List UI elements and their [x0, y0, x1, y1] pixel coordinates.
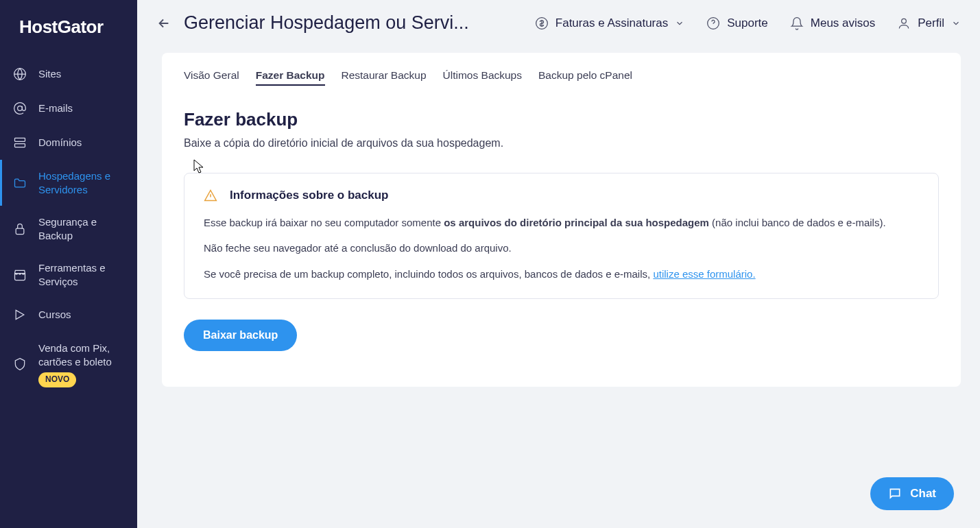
chevron-down-icon — [675, 19, 684, 28]
chat-label: Chat — [910, 487, 936, 501]
sidebar-item-venda-pix[interactable]: Venda com Pix, cartões e boleto NOVO — [0, 332, 137, 397]
tab-backup-cpanel[interactable]: Backup pelo cPanel — [538, 69, 632, 86]
novo-badge: NOVO — [38, 372, 76, 387]
section-heading: Fazer backup — [184, 109, 939, 130]
sidebar-item-label: Cursos — [38, 308, 71, 322]
store-icon — [12, 267, 27, 283]
tab-visao-geral[interactable]: Visão Geral — [184, 69, 239, 86]
svg-rect-2 — [15, 138, 25, 141]
tabs: Visão Geral Fazer Backup Restaurar Backu… — [184, 69, 939, 86]
lock-icon — [12, 221, 27, 237]
sidebar-item-dominios[interactable]: Domínios — [0, 125, 137, 160]
sidebar-item-hospedagens[interactable]: Hospedagens e Servidores — [0, 160, 137, 206]
sidebar-item-label: Hospedagens e Servidores — [38, 169, 125, 196]
layers-icon — [12, 135, 27, 150]
svg-rect-3 — [15, 144, 25, 147]
content-card: Visão Geral Fazer Backup Restaurar Backu… — [162, 53, 961, 387]
svg-point-7 — [902, 19, 907, 23]
chevron-down-icon — [951, 19, 961, 28]
tab-restaurar-backup[interactable]: Restaurar Backup — [342, 69, 427, 86]
sidebar-item-label: Segurança e Backup — [38, 215, 125, 242]
dollar-icon — [535, 16, 549, 30]
tab-ultimos-backups[interactable]: Últimos Backups — [443, 69, 522, 86]
chat-button[interactable]: Chat — [870, 477, 954, 510]
info-line-2: Não feche seu navegador até a conclusão … — [204, 240, 919, 256]
svg-rect-4 — [16, 228, 24, 234]
profile-label: Perfil — [918, 16, 944, 30]
folder-icon — [12, 176, 27, 191]
sidebar-item-label: Sites — [38, 67, 61, 81]
nav: Sites E-mails Domínios Hospedagens e Ser… — [0, 57, 137, 397]
page-title: Gerenciar Hospedagem ou Servi... — [184, 12, 469, 34]
sidebar-item-emails[interactable]: E-mails — [0, 91, 137, 125]
info-box: Informações sobre o backup Esse backup i… — [184, 173, 939, 299]
svg-point-1 — [18, 106, 23, 111]
title-wrap: Gerenciar Hospedagem ou Servi... — [156, 12, 469, 34]
bell-icon — [790, 16, 804, 30]
profile-dropdown[interactable]: Perfil — [897, 16, 961, 30]
user-icon — [897, 16, 911, 30]
at-icon — [12, 101, 27, 116]
help-icon — [706, 16, 720, 30]
topbar: Gerenciar Hospedagem ou Servi... Faturas… — [137, 0, 980, 46]
baixar-backup-button[interactable]: Baixar backup — [184, 320, 297, 351]
support-link[interactable]: Suporte — [706, 16, 768, 30]
chat-icon — [888, 487, 902, 501]
info-line-3: Se você precisa de um backup completo, i… — [204, 266, 919, 282]
notices-label: Meus avisos — [811, 16, 875, 30]
sidebar-item-label: Ferramentas e Serviços — [38, 261, 125, 288]
section-description: Baixe a cópia do diretório inicial de ar… — [184, 137, 939, 149]
notices-link[interactable]: Meus avisos — [790, 16, 875, 30]
info-line-1: Esse backup irá baixar no seu computador… — [204, 215, 919, 230]
info-head: Informações sobre o backup — [204, 189, 919, 202]
sidebar-item-label: Domínios — [38, 136, 82, 149]
info-title: Informações sobre o backup — [230, 189, 388, 202]
sidebar-item-cursos[interactable]: Cursos — [0, 298, 137, 332]
sidebar-item-seguranca[interactable]: Segurança e Backup — [0, 206, 137, 252]
play-icon — [12, 307, 27, 322]
billing-dropdown[interactable]: Faturas e Assinaturas — [535, 16, 684, 30]
sidebar-item-sites[interactable]: Sites — [0, 57, 137, 91]
sidebar-item-label: Venda com Pix, cartões e boleto NOVO — [38, 341, 125, 387]
sidebar: HostGator Sites E-mails Domínios Hospeda… — [0, 0, 137, 528]
formulario-link[interactable]: utilize esse formulário. — [653, 268, 755, 280]
top-actions: Faturas e Assinaturas Suporte Meus aviso… — [535, 16, 961, 30]
warning-icon — [204, 189, 217, 202]
info-body: Esse backup irá baixar no seu computador… — [204, 215, 919, 282]
main: Gerenciar Hospedagem ou Servi... Faturas… — [137, 0, 980, 528]
support-label: Suporte — [727, 16, 768, 30]
brand-logo: HostGator — [0, 0, 137, 57]
billing-label: Faturas e Assinaturas — [555, 16, 668, 30]
shield-icon — [12, 357, 27, 372]
sidebar-item-ferramentas[interactable]: Ferramentas e Serviços — [0, 252, 137, 298]
sidebar-item-label: E-mails — [38, 101, 73, 115]
back-button[interactable] — [156, 16, 171, 31]
tab-fazer-backup[interactable]: Fazer Backup — [256, 69, 325, 86]
globe-icon — [12, 67, 27, 82]
